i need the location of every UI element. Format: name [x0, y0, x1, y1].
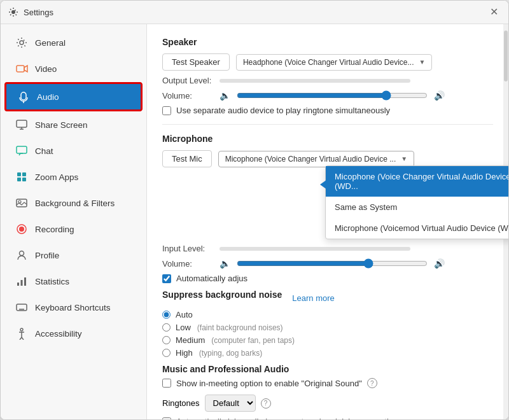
auto-adjust-checkbox[interactable] [162, 274, 171, 283]
original-sound-checkbox[interactable] [162, 379, 171, 388]
video-icon [15, 62, 29, 76]
chat-icon [15, 144, 29, 158]
accessibility-icon [15, 326, 29, 340]
noise-auto-row: Auto [162, 310, 493, 319]
svg-rect-9 [22, 178, 26, 181]
speaker-device-dropdown[interactable]: Headphone (Voice Changer Virtual Audio D… [236, 54, 433, 71]
test-speaker-button[interactable]: Test Speaker [162, 53, 230, 71]
noise-high-radio[interactable] [162, 349, 171, 357]
ringtones-select[interactable]: Default [205, 395, 256, 412]
noise-low-row: Low (faint background noises) [162, 323, 493, 332]
noise-low-label: Low [176, 323, 191, 332]
speaker-controls-row: Test Speaker Headphone (Voice Changer Vi… [162, 53, 493, 71]
svg-rect-4 [17, 120, 27, 127]
svg-point-23 [20, 328, 23, 331]
original-sound-label: Show in-meeting option to enable "Origin… [176, 379, 362, 388]
input-level-bar [220, 247, 410, 251]
speaker-volume-label: Volume: [162, 91, 213, 101]
svg-point-14 [20, 251, 24, 256]
sidebar-accessibility-label: Accessibility [35, 329, 82, 339]
svg-point-1 [20, 41, 24, 45]
test-mic-button[interactable]: Test Mic [162, 150, 212, 167]
ringtones-label: Ringtones [162, 398, 200, 408]
background-filters-icon [15, 196, 29, 210]
microphone-section-title: Microphone [162, 134, 493, 144]
sidebar-item-background-filters[interactable]: Background & Filters [4, 190, 143, 216]
separate-audio-row: Use separate audio device to play ringto… [162, 106, 493, 115]
mic-dropdown-item-0[interactable]: Micophone (Voice Changer Virtual Audio D… [326, 166, 508, 197]
window-title: Settings [24, 8, 53, 17]
sidebar-item-share-screen[interactable]: Share Screen [4, 112, 143, 137]
sidebar-item-profile[interactable]: Profile [4, 242, 143, 268]
sidebar-keyboard-shortcuts-label: Keyboard Shortcuts [35, 303, 111, 312]
sidebar-zoom-apps-label: Zoom Apps [35, 172, 78, 182]
input-level-label: Input Level: [162, 244, 213, 253]
mic-dropdown-item-1[interactable]: Same as System [326, 197, 508, 218]
mic-volume-row: Volume: 🔈 🔊 [162, 258, 493, 269]
original-sound-info-icon[interactable]: ? [367, 378, 377, 388]
svg-rect-6 [17, 172, 21, 176]
sidebar: General Video Audio Share [1, 24, 147, 419]
sidebar-statistics-label: Statistics [35, 277, 69, 286]
audio-icon [17, 90, 31, 104]
main-content: Speaker Test Speaker Headphone (Voice Ch… [147, 24, 508, 419]
svg-rect-5 [17, 146, 27, 153]
noise-high-row: High (typing, dog barks) [162, 348, 493, 358]
settings-window: Settings ✕ General Video [0, 0, 509, 420]
auto-adjust-label: Automatically adjus [176, 274, 248, 283]
separate-audio-checkbox[interactable] [162, 106, 171, 115]
mic-vol-high-icon: 🔊 [434, 258, 445, 269]
close-button[interactable]: ✕ [487, 6, 501, 18]
noise-auto-radio[interactable] [162, 311, 171, 319]
speaker-dropdown-arrow-icon: ▼ [419, 59, 426, 66]
sidebar-share-screen-label: Share Screen [35, 120, 88, 130]
sidebar-item-recording[interactable]: Recording [4, 216, 143, 242]
scrollbar-thumb[interactable] [504, 31, 508, 81]
noise-medium-radio[interactable] [162, 336, 171, 344]
noise-medium-label: Medium [176, 335, 205, 345]
sidebar-item-general[interactable]: General [4, 30, 143, 55]
auto-join-checkbox[interactable] [162, 417, 171, 420]
profile-icon [15, 248, 29, 262]
learn-more-link[interactable]: Learn more [292, 293, 334, 303]
auto-join-label: Automatically join audio by computer whe… [176, 417, 398, 419]
sidebar-item-keyboard-shortcuts[interactable]: Keyboard Shortcuts [4, 295, 143, 320]
mic-device-dropdown[interactable]: Micophone (Voice Changer Virtual Audio D… [218, 151, 415, 167]
sidebar-item-video[interactable]: Video [4, 56, 143, 81]
mic-volume-slider[interactable] [237, 258, 428, 269]
sidebar-recording-label: Recording [35, 225, 74, 234]
output-level-label: Output Level: [162, 76, 213, 85]
sidebar-item-chat[interactable]: Chat [4, 138, 143, 164]
settings-app-icon [8, 7, 18, 17]
mic-dropdown-item-2[interactable]: Microphone (Voicemod Virtual Audio Devic… [326, 218, 508, 239]
sidebar-item-audio[interactable]: Audio [4, 82, 143, 111]
sidebar-general-label: General [35, 38, 66, 48]
speaker-volume-row: Volume: 🔈 🔊 [162, 90, 493, 101]
svg-rect-8 [17, 178, 21, 181]
svg-rect-16 [21, 280, 23, 286]
ringtones-row: Ringtones Default ? [162, 395, 493, 412]
ringtones-info-icon[interactable]: ? [261, 398, 271, 409]
noise-medium-row: Medium (computer fan, pen taps) [162, 335, 493, 345]
suppress-noise-title: Suppress background noise [162, 290, 282, 300]
noise-low-radio[interactable] [162, 323, 171, 332]
speaker-volume-slider[interactable] [237, 90, 428, 101]
sidebar-profile-label: Profile [35, 251, 59, 260]
sidebar-item-zoom-apps[interactable]: Zoom Apps [4, 164, 143, 190]
mic-volume-label: Volume: [162, 259, 213, 269]
noise-high-desc: (typing, dog barks) [199, 349, 262, 358]
noise-auto-label: Auto [176, 310, 193, 319]
output-level-row: Output Level: [162, 76, 493, 85]
music-pro-title: Music and Professional Audio [162, 364, 493, 374]
auto-join-row: Automatically join audio by computer whe… [162, 417, 493, 419]
input-level-row: Input Level: [162, 244, 493, 253]
microphone-controls-row: Test Mic Micophone (Voice Changer Virtua… [162, 150, 493, 167]
volume-low-icon: 🔈 [220, 90, 230, 101]
sidebar-item-accessibility[interactable]: Accessibility [4, 321, 143, 346]
output-level-bar [220, 79, 410, 83]
general-icon [15, 36, 29, 50]
separator-1 [162, 124, 493, 125]
recording-icon [15, 222, 29, 236]
sidebar-item-statistics[interactable]: Statistics [4, 269, 143, 294]
speaker-device-label: Headphone (Voice Changer Virtual Audio D… [243, 58, 414, 67]
